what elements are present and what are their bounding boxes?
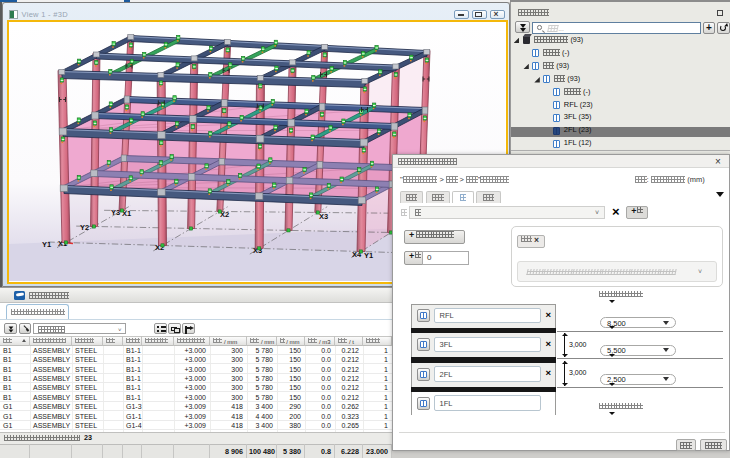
svg-text:X3: X3: [319, 212, 328, 221]
svg-text:Y1: Y1: [42, 240, 51, 249]
svg-text:Y2: Y2: [80, 223, 89, 232]
